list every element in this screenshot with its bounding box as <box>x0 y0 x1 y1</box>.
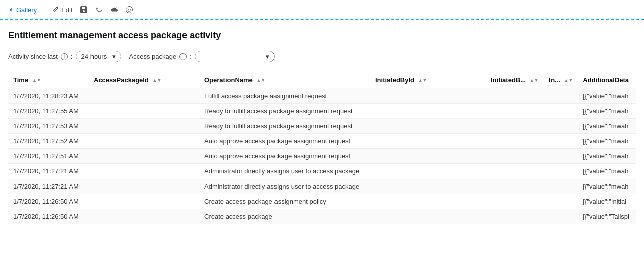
table-row[interactable]: 1/7/2020, 11:27:53 AMReady to fulfill ac… <box>8 119 636 134</box>
col-header-op-name[interactable]: OperationName ▲▼ <box>199 72 370 88</box>
cell-op_name: Fulfill access package assignment reques… <box>199 88 370 104</box>
activity-filter-label: Activity since last <box>8 53 58 60</box>
table-row[interactable]: 1/7/2020, 11:26:50 AMCreate access packa… <box>8 194 636 209</box>
cell-access_pkg_id <box>88 88 199 104</box>
edit-button[interactable]: Edit <box>51 6 72 14</box>
edit-label: Edit <box>61 6 72 14</box>
cell-op_name: Create access package <box>199 209 370 224</box>
cell-in <box>544 88 578 104</box>
edit-icon <box>51 6 59 14</box>
cell-additional: [{"value":"mwah <box>578 134 636 149</box>
cell-init_b <box>486 164 544 179</box>
cloud-button[interactable] <box>110 6 118 14</box>
table-row[interactable]: 1/7/2020, 11:27:52 AMAuto approve access… <box>8 134 636 149</box>
back-arrow-icon <box>7 6 14 13</box>
cell-access_pkg_id <box>88 179 199 194</box>
cell-init_by_id <box>370 134 486 149</box>
cell-additional: [{"value":"Tailspi <box>578 209 636 224</box>
cell-access_pkg_id <box>88 194 199 209</box>
access-pkg-filter-group: Access package i : ▾ <box>129 51 275 62</box>
activity-select-value: 24 hours <box>81 53 107 60</box>
cell-time: 1/7/2020, 11:28:23 AM <box>8 88 88 104</box>
cell-in <box>544 209 578 224</box>
cell-additional: [{"value":"mwah <box>578 149 636 164</box>
activity-select[interactable]: 24 hours ▾ <box>76 51 121 62</box>
cell-time: 1/7/2020, 11:27:53 AM <box>8 119 88 134</box>
cell-op_name: Auto approve access package assignment r… <box>199 134 370 149</box>
svg-point-1 <box>128 9 129 10</box>
activity-colon: : <box>71 53 73 60</box>
col-header-time[interactable]: Time ▲▼ <box>8 72 88 88</box>
activity-filter-group: Activity since last i : 24 hours ▾ <box>8 51 121 62</box>
cell-init_b <box>486 134 544 149</box>
cell-additional: [{"value":"Initial <box>578 194 636 209</box>
table-row[interactable]: 1/7/2020, 11:26:50 AMCreate access packa… <box>8 209 636 224</box>
access-pkg-select[interactable]: ▾ <box>195 51 275 62</box>
refresh-icon <box>95 6 103 14</box>
cell-init_b <box>486 149 544 164</box>
table-row[interactable]: 1/7/2020, 11:27:21 AMAdministrator direc… <box>8 179 636 194</box>
cell-in <box>544 179 578 194</box>
cell-access_pkg_id <box>88 209 199 224</box>
save-button[interactable] <box>80 6 88 14</box>
access-pkg-info-icon: i <box>179 53 187 60</box>
cell-init_b <box>486 194 544 209</box>
cell-in <box>544 134 578 149</box>
cell-init_by_id <box>370 119 486 134</box>
col-header-init-by-id[interactable]: InitiatedById ▲▼ <box>370 72 486 88</box>
table-header: Time ▲▼ AccessPackageId ▲▼ OperationName… <box>8 72 636 88</box>
cell-additional: [{"value":"mwah <box>578 88 636 104</box>
table-row[interactable]: 1/7/2020, 11:28:23 AMFulfill access pack… <box>8 88 636 104</box>
table-row[interactable]: 1/7/2020, 11:27:21 AMAdministrator direc… <box>8 164 636 179</box>
table-row[interactable]: 1/7/2020, 11:27:55 AMReady to fulfill ac… <box>8 104 636 119</box>
col-header-in[interactable]: In... ▲▼ <box>544 72 578 88</box>
cell-init_b <box>486 104 544 119</box>
access-pkg-label: Access package <box>129 53 177 60</box>
cell-op_name: Create access package assignment policy <box>199 194 370 209</box>
cell-init_by_id <box>370 164 486 179</box>
sort-icon-pkg-id[interactable]: ▲▼ <box>152 79 161 82</box>
refresh-button[interactable] <box>95 6 103 14</box>
cell-in <box>544 164 578 179</box>
cell-access_pkg_id <box>88 149 199 164</box>
sort-icon-init-by-id[interactable]: ▲▼ <box>418 79 427 82</box>
svg-point-0 <box>126 7 132 13</box>
cell-time: 1/7/2020, 11:26:50 AM <box>8 194 88 209</box>
cell-init_b <box>486 209 544 224</box>
table-row[interactable]: 1/7/2020, 11:27:51 AMAuto approve access… <box>8 149 636 164</box>
cell-init_b <box>486 179 544 194</box>
sort-icon-op-name[interactable]: ▲▼ <box>256 79 265 82</box>
cell-init_b <box>486 119 544 134</box>
data-table: Time ▲▼ AccessPackageId ▲▼ OperationName… <box>8 72 636 224</box>
gallery-label: Gallery <box>16 6 37 14</box>
sort-icon-time[interactable]: ▲▼ <box>32 79 41 82</box>
col-header-init-b[interactable]: InitiatedB... ▲▼ <box>486 72 544 88</box>
col-header-additional: AdditionalDeta <box>578 72 636 88</box>
page-content: Entitlement management access package ac… <box>0 20 644 232</box>
toolbar: Gallery Edit <box>0 0 644 20</box>
cell-op_name: Administrator directly assigns user to a… <box>199 164 370 179</box>
cell-additional: [{"value":"mwah <box>578 119 636 134</box>
feedback-button[interactable] <box>125 6 133 14</box>
sort-icon-init-b[interactable]: ▲▼ <box>530 79 539 82</box>
cell-op_name: Ready to fulfill access package assignme… <box>199 104 370 119</box>
activity-info-icon: i <box>61 53 68 60</box>
cell-in <box>544 194 578 209</box>
cell-time: 1/7/2020, 11:27:21 AM <box>8 179 88 194</box>
sort-icon-in[interactable]: ▲▼ <box>564 79 573 82</box>
back-button[interactable]: Gallery <box>7 6 37 14</box>
save-icon <box>80 6 88 14</box>
cell-time: 1/7/2020, 11:27:55 AM <box>8 104 88 119</box>
cell-additional: [{"value":"mwah <box>578 104 636 119</box>
access-pkg-colon: : <box>190 53 192 60</box>
cell-access_pkg_id <box>88 104 199 119</box>
cell-op_name: Administrator directly assigns user to a… <box>199 179 370 194</box>
filters-row: Activity since last i : 24 hours ▾ Acces… <box>8 51 636 62</box>
cell-op_name: Auto approve access package assignment r… <box>199 149 370 164</box>
cell-init_by_id <box>370 88 486 104</box>
col-header-access-pkg-id[interactable]: AccessPackageId ▲▼ <box>88 72 199 88</box>
cell-init_b <box>486 88 544 104</box>
cell-init_by_id <box>370 209 486 224</box>
cell-in <box>544 104 578 119</box>
activity-chevron-icon: ▾ <box>112 53 116 60</box>
